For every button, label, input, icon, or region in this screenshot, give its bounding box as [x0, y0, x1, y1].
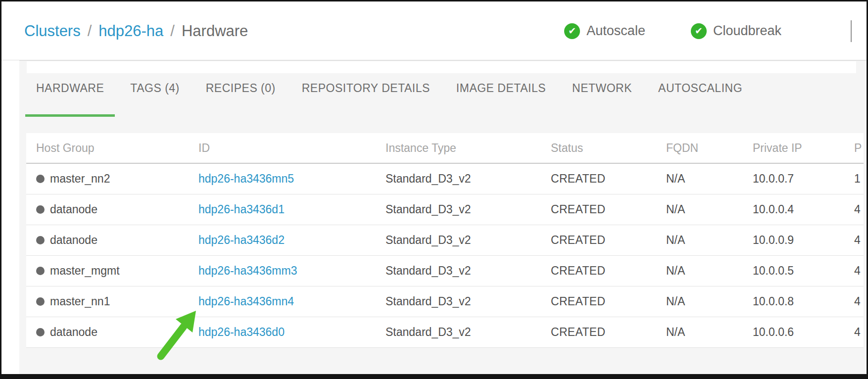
status-cell: CREATED	[551, 295, 666, 308]
column-header-fqdn: FQDN	[666, 142, 753, 155]
private-ip-cell: 10.0.0.6	[753, 326, 854, 339]
private-ip-cell: 10.0.0.5	[753, 264, 854, 278]
host-group-cell: master_nn2	[26, 172, 198, 186]
status-cell: CREATED	[551, 172, 666, 186]
fqdn-cell: N/A	[666, 264, 753, 278]
table-row: master_nn1hdp26-ha3436mn4Standard_D3_v2C…	[26, 286, 864, 317]
fqdn-cell: N/A	[666, 295, 753, 308]
host-group-cell: datanode	[26, 234, 198, 247]
breadcrumb-separator: /	[88, 22, 92, 40]
fqdn-cell: N/A	[666, 172, 753, 186]
table-row: datanodehdp26-ha3436d0Standard_D3_v2CREA…	[26, 317, 864, 348]
instance-id-link[interactable]: hdp26-ha3436mn5	[198, 172, 294, 185]
status-cell: CREATED	[551, 326, 666, 339]
private-ip-cell: 10.0.0.7	[753, 172, 854, 186]
host-group-cell: datanode	[26, 326, 198, 339]
column-header-host-group: Host Group	[26, 142, 198, 155]
tab-tags-4[interactable]: TAGS (4)	[119, 82, 190, 117]
tab-autoscaling[interactable]: AUTOSCALING	[647, 82, 753, 117]
top-bar: Clusters / hdp26-ha / Hardware ✔ Autosca…	[1, 1, 867, 60]
panel-top-strip	[27, 61, 856, 73]
cloudbreak-hardware-screen: Clusters / hdp26-ha / Hardware ✔ Autosca…	[0, 0, 868, 379]
public-ip-partial-cell: 4	[854, 264, 864, 278]
content-panel: HARDWARETAGS (4)RECIPES (0)REPOSITORY DE…	[19, 60, 866, 374]
breadcrumb: Clusters / hdp26-ha / Hardware	[24, 1, 248, 60]
instance-id-link[interactable]: hdp26-ha3436d0	[198, 326, 285, 338]
id-cell: hdp26-ha3436d2	[198, 234, 386, 247]
breadcrumb-separator: /	[170, 22, 175, 40]
status-cell: CREATED	[551, 264, 666, 278]
table-row: master_nn2hdp26-ha3436mn5Standard_D3_v2C…	[26, 164, 864, 194]
id-cell: hdp26-ha3436mn5	[198, 172, 386, 186]
instance-id-link[interactable]: hdp26-ha3436mn4	[198, 295, 294, 308]
cloudbreak-status-label: Cloudbreak	[713, 23, 781, 39]
column-header-id: ID	[198, 142, 386, 155]
instance-type-cell: Standard_D3_v2	[386, 172, 551, 186]
header-divider	[851, 20, 852, 42]
host-status-dot-icon	[36, 297, 45, 306]
public-ip-partial-cell: 4	[854, 326, 864, 339]
breadcrumb-link-clusters[interactable]: Clusters	[24, 22, 81, 40]
private-ip-cell: 10.0.0.4	[753, 203, 854, 216]
column-header-private-ip: Private IP	[753, 142, 854, 155]
host-group-name: datanode	[50, 326, 97, 339]
column-header-status: Status	[551, 142, 666, 155]
instance-id-link[interactable]: hdp26-ha3436d2	[198, 234, 285, 246]
column-header-p: P	[854, 142, 864, 155]
host-status-dot-icon	[36, 175, 45, 183]
host-group-cell: master_nn1	[26, 295, 198, 308]
status-cell: CREATED	[551, 234, 666, 247]
host-group-name: master_mgmt	[50, 264, 120, 278]
table-header-row: Host GroupIDInstance TypeStatusFQDNPriva…	[26, 133, 864, 164]
public-ip-partial-cell: 4	[854, 203, 864, 216]
autoscale-status-label: Autoscale	[586, 23, 645, 39]
table-row: master_mgmthdp26-ha3436mm3Standard_D3_v2…	[26, 256, 864, 286]
public-ip-partial-cell: 1	[854, 172, 864, 186]
table-body: master_nn2hdp26-ha3436mn5Standard_D3_v2C…	[26, 164, 864, 348]
autoscale-status[interactable]: ✔ Autoscale	[564, 23, 645, 39]
tab-repository-details[interactable]: REPOSITORY DETAILS	[291, 82, 441, 117]
private-ip-cell: 10.0.0.9	[753, 234, 854, 247]
fqdn-cell: N/A	[666, 326, 753, 339]
table-row: datanodehdp26-ha3436d1Standard_D3_v2CREA…	[26, 194, 864, 225]
instance-type-cell: Standard_D3_v2	[386, 264, 551, 278]
instance-type-cell: Standard_D3_v2	[386, 326, 551, 339]
instance-type-cell: Standard_D3_v2	[386, 295, 551, 308]
status-cell: CREATED	[551, 203, 666, 216]
id-cell: hdp26-ha3436mn4	[198, 295, 386, 308]
host-status-dot-icon	[36, 236, 45, 244]
column-header-instance-type: Instance Type	[386, 142, 551, 155]
tab-bar: HARDWARETAGS (4)RECIPES (0)REPOSITORY DE…	[25, 82, 758, 117]
id-cell: hdp26-ha3436mm3	[198, 264, 386, 278]
host-status-dot-icon	[36, 328, 45, 336]
instance-id-link[interactable]: hdp26-ha3436mm3	[198, 264, 297, 277]
tab-network[interactable]: NETWORK	[561, 82, 643, 117]
instance-id-link[interactable]: hdp26-ha3436d1	[198, 203, 285, 216]
instance-type-cell: Standard_D3_v2	[386, 203, 551, 216]
host-group-cell: master_mgmt	[26, 264, 198, 278]
check-circle-icon: ✔	[691, 23, 707, 39]
check-circle-icon: ✔	[564, 23, 580, 39]
host-group-name: master_nn1	[50, 295, 110, 308]
instance-type-cell: Standard_D3_v2	[386, 234, 551, 247]
host-status-dot-icon	[36, 205, 45, 214]
table-row: datanodehdp26-ha3436d2Standard_D3_v2CREA…	[26, 225, 864, 256]
host-status-dot-icon	[36, 267, 45, 275]
public-ip-partial-cell: 4	[854, 234, 864, 247]
fqdn-cell: N/A	[666, 203, 753, 216]
fqdn-cell: N/A	[666, 234, 753, 247]
cloudbreak-status[interactable]: ✔ Cloudbreak	[691, 23, 781, 39]
id-cell: hdp26-ha3436d0	[198, 326, 386, 339]
breadcrumb-link-cluster-name[interactable]: hdp26-ha	[98, 22, 163, 40]
breadcrumb-current-page: Hardware	[182, 22, 248, 40]
tab-recipes-0[interactable]: RECIPES (0)	[195, 82, 287, 117]
host-group-name: datanode	[50, 234, 97, 247]
header-status-group: ✔ Autoscale ✔ Cloudbreak	[564, 1, 852, 60]
tab-hardware[interactable]: HARDWARE	[25, 82, 115, 117]
private-ip-cell: 10.0.0.8	[753, 295, 854, 308]
host-group-name: datanode	[50, 203, 97, 216]
id-cell: hdp26-ha3436d1	[198, 203, 386, 216]
tab-image-details[interactable]: IMAGE DETAILS	[445, 82, 557, 117]
host-group-name: master_nn2	[50, 172, 110, 186]
host-group-cell: datanode	[26, 203, 198, 216]
